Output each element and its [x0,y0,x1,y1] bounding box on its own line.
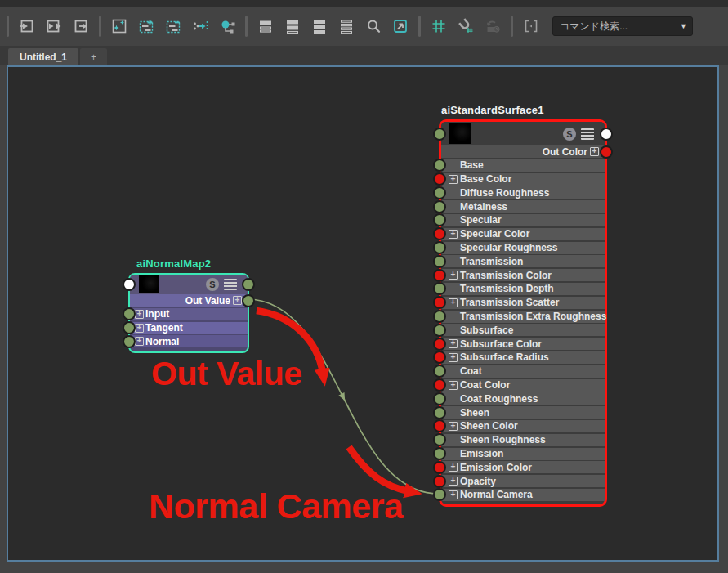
attr-port[interactable] [433,419,446,432]
node-display-menu-icon[interactable] [581,128,594,140]
out-color-port[interactable] [600,145,613,159]
surface-attr-row[interactable]: Sheen Roughness [441,434,605,446]
show-output-connections-icon[interactable] [72,17,90,35]
attr-port[interactable] [433,433,446,446]
standard-surface-node-header[interactable]: S [441,122,605,145]
surface-attr-row[interactable]: Coat [441,365,605,378]
search-icon[interactable] [364,17,382,35]
normal-map-node-header[interactable]: S [130,275,248,294]
surface-attr-row[interactable]: Specular Roughness [441,242,605,254]
surface-attr-row[interactable]: Subsurface [441,324,605,336]
shading-badge[interactable]: S [563,128,576,141]
surface-attr-row[interactable]: Subsurface Radius [441,351,605,364]
frame-selection-icon[interactable] [391,17,409,35]
surface-attr-row[interactable]: Emission Color [441,461,605,473]
attr-port[interactable] [433,488,446,501]
surface-attr-row[interactable]: Emission [441,448,605,460]
graph-downstream-icon[interactable] [191,17,209,35]
surface-attr-row[interactable]: Coat Roughness [441,392,605,405]
expand-icon[interactable] [233,296,242,305]
remove-selected-from-graph-icon[interactable] [164,17,182,35]
standard-surface-node[interactable]: S Out Color Base Base Color [439,119,607,507]
surface-attr-row[interactable]: Transmission Depth [441,283,605,295]
surface-attr-row[interactable]: Transmission [441,255,605,267]
attr-port[interactable] [433,392,446,405]
attr-port[interactable] [433,200,446,213]
add-tab-button[interactable]: + [80,48,107,65]
expand-icon[interactable] [135,337,144,346]
attr-port[interactable] [433,310,446,323]
expand-icon[interactable] [449,353,458,362]
attr-port[interactable] [433,296,446,309]
display-full-mode-icon[interactable] [310,17,328,35]
attr-port[interactable] [433,351,446,364]
normal-map-node[interactable]: S Out Value Input Tangent [128,273,249,353]
attr-port[interactable] [433,172,446,186]
surface-header-port-right[interactable] [600,128,613,141]
attr-port[interactable] [433,365,446,378]
surface-attr-row[interactable]: Specular Color [441,228,605,240]
attr-port[interactable] [123,321,136,334]
attr-port[interactable] [433,324,446,337]
expand-icon[interactable] [449,463,458,472]
expand-icon[interactable] [135,310,144,319]
attr-port[interactable] [433,378,446,392]
add-nodes-to-graph-icon[interactable] [110,17,128,35]
surface-attr-row[interactable]: Specular [441,214,605,226]
attr-port[interactable] [433,338,446,351]
bookmark-frame-icon[interactable] [522,17,540,35]
attr-port[interactable] [433,461,446,474]
expand-icon[interactable] [590,147,599,156]
surface-attr-row[interactable]: Base [441,159,605,172]
node-display-menu-icon[interactable] [224,279,237,290]
normal-map-attr-row[interactable]: Input [130,308,248,320]
command-search-dropdown-icon[interactable]: ▼ [680,22,687,30]
attr-port[interactable] [123,307,136,320]
attr-port[interactable] [433,159,446,172]
command-search-box[interactable]: コマンド検索... ▼ [552,16,693,36]
attr-port[interactable] [433,269,446,282]
normal-map-header-port-left[interactable] [123,278,136,291]
surface-attr-row[interactable]: Transmission Extra Roughness [441,311,605,323]
show-input-output-connections-icon[interactable] [45,17,63,35]
restore-previous-graph-icon[interactable] [484,17,502,35]
display-custom-mode-icon[interactable] [337,17,355,35]
attr-port[interactable] [433,282,446,295]
expand-icon[interactable] [449,271,458,280]
expand-icon[interactable] [449,381,458,390]
surface-attr-row[interactable]: Base Color [441,173,605,186]
normal-map-header-port-right[interactable] [242,278,255,291]
show-input-connections-icon[interactable] [18,17,36,35]
attr-port[interactable] [433,447,446,460]
wire-outvalue-to-normalcamera[interactable] [247,299,439,494]
attr-port[interactable] [433,186,446,199]
attr-port[interactable] [433,213,446,226]
expand-icon[interactable] [449,422,458,431]
normal-map-attr-row[interactable]: Tangent [130,322,248,334]
expand-icon[interactable] [449,477,458,486]
expand-icon[interactable] [449,175,458,184]
surface-attr-row[interactable]: Subsurface Color [441,338,605,350]
surface-attr-row[interactable]: Diffuse Roughness [441,186,605,199]
expand-icon[interactable] [135,324,144,333]
normal-map-attr-row[interactable]: Normal [130,335,248,347]
surface-attr-row[interactable]: Coat Color [441,379,605,392]
display-simple-mode-icon[interactable] [257,17,275,35]
surface-attr-row[interactable]: Opacity [441,475,605,487]
attr-port[interactable] [433,255,446,268]
add-selected-to-graph-icon[interactable] [137,17,155,35]
attr-port[interactable] [433,406,446,419]
surface-header-port-left[interactable] [433,128,446,141]
expand-icon[interactable] [449,230,458,239]
pin-selected-icon[interactable] [218,17,236,35]
attr-port[interactable] [433,475,446,488]
surface-attr-row[interactable]: Transmission Color [441,269,605,281]
expand-icon[interactable] [449,339,458,348]
surface-attr-row[interactable]: Transmission Scatter [441,297,605,309]
surface-attr-row[interactable]: Metalness [441,200,605,213]
expand-icon[interactable] [449,490,458,499]
shading-badge[interactable]: S [206,278,219,291]
normal-map-swatch[interactable] [139,275,159,293]
attr-port[interactable] [433,227,446,240]
display-connected-mode-icon[interactable] [284,17,301,35]
